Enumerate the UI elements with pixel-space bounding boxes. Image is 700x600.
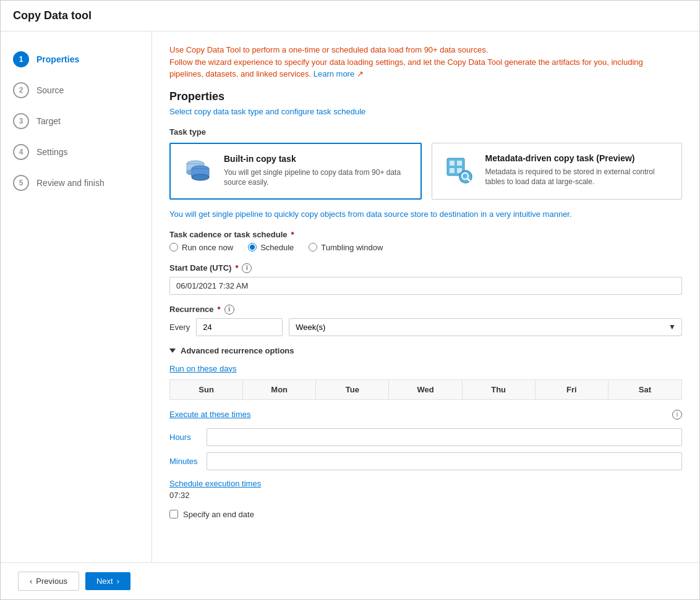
main-content: Use Copy Data Tool to perform a one-time… bbox=[152, 32, 699, 562]
svg-rect-8 bbox=[457, 161, 462, 166]
day-wed: Wed bbox=[389, 380, 462, 399]
builtin-card-desc: You will get single pipeline to copy dat… bbox=[224, 167, 411, 188]
recurrence-label: Recurrence * i bbox=[169, 305, 682, 315]
start-date-info-icon[interactable]: i bbox=[242, 263, 252, 273]
cadence-field: Task cadence or task schedule * Run once… bbox=[169, 230, 682, 252]
previous-label: Previous bbox=[36, 577, 67, 586]
cadence-radio-group: Run once now Schedule Tumbling window bbox=[169, 243, 682, 252]
svg-point-5 bbox=[192, 174, 209, 180]
run-days-label[interactable]: Run on these days bbox=[169, 364, 682, 373]
pipeline-note: You will get single pipeline to quickly … bbox=[169, 209, 682, 219]
specify-end-date-row: Specify an end date bbox=[169, 510, 682, 519]
task-type-cards: Built-in copy task You will get single p… bbox=[169, 143, 682, 200]
execute-times-row: Execute at these times i bbox=[169, 410, 682, 420]
hours-input[interactable] bbox=[207, 428, 682, 446]
next-button[interactable]: Next › bbox=[85, 572, 130, 590]
svg-rect-7 bbox=[450, 161, 455, 166]
previous-chevron-icon: ‹ bbox=[30, 577, 32, 586]
section-title: Properties bbox=[169, 90, 682, 103]
task-card-metadata[interactable]: Metadata-driven copy task (Preview) Meta… bbox=[432, 143, 683, 200]
step-number-3: 3 bbox=[13, 113, 29, 129]
hours-label: Hours bbox=[169, 433, 198, 442]
external-link-icon: ↗ bbox=[357, 69, 364, 78]
start-date-field: Start Date (UTC) * i bbox=[169, 263, 682, 295]
radio-schedule[interactable]: Schedule bbox=[248, 243, 294, 252]
recurrence-unit-wrapper: Week(s) Minute(s) Hour(s) Day(s) Month(s… bbox=[289, 318, 682, 336]
start-date-required: * bbox=[235, 263, 238, 273]
specify-end-date-label[interactable]: Specify an end date bbox=[183, 510, 254, 519]
cadence-label: Task cadence or task schedule * bbox=[169, 230, 682, 239]
sidebar: 1 Properties 2 Source 3 Target 4 Setting… bbox=[1, 32, 152, 562]
day-mon: Mon bbox=[243, 380, 316, 399]
builtin-card-title: Built-in copy task bbox=[224, 154, 411, 164]
hours-minutes-grid: Hours Minutes bbox=[169, 428, 682, 470]
advanced-section: Advanced recurrence options Run on these… bbox=[169, 346, 682, 519]
radio-tumbling-label: Tumbling window bbox=[321, 243, 383, 252]
sidebar-item-review[interactable]: 5 Review and finish bbox=[1, 167, 152, 198]
execute-times-info-icon[interactable]: i bbox=[672, 410, 682, 420]
day-sun: Sun bbox=[170, 380, 243, 399]
radio-tumbling[interactable]: Tumbling window bbox=[309, 243, 383, 252]
days-grid: Sun Mon Tue Wed Thu Fri Sat bbox=[169, 379, 682, 400]
schedule-execution-link[interactable]: Schedule execution times bbox=[169, 479, 682, 488]
builtin-card-content: Built-in copy task You will get single p… bbox=[224, 154, 411, 188]
sidebar-label-source: Source bbox=[36, 85, 64, 95]
advanced-label: Advanced recurrence options bbox=[181, 346, 294, 355]
metadata-card-content: Metadata-driven copy task (Preview) Meta… bbox=[485, 153, 672, 188]
execute-times-label[interactable]: Execute at these times bbox=[169, 410, 251, 419]
sidebar-item-target[interactable]: 3 Target bbox=[1, 106, 152, 137]
learn-more-link[interactable]: Learn more bbox=[314, 69, 354, 78]
sidebar-label-review: Review and finish bbox=[36, 178, 105, 188]
recurrence-value-input[interactable] bbox=[196, 318, 283, 336]
start-date-input[interactable] bbox=[169, 277, 682, 295]
metadata-card-desc: Metadata is required to be stored in ext… bbox=[485, 167, 672, 188]
next-label: Next bbox=[96, 577, 113, 586]
day-sat: Sat bbox=[608, 380, 681, 399]
radio-schedule-label: Schedule bbox=[260, 243, 294, 252]
intro-banner: Use Copy Data Tool to perform a one-time… bbox=[169, 44, 682, 80]
minutes-input[interactable] bbox=[207, 452, 682, 470]
day-tue: Tue bbox=[316, 380, 389, 399]
start-date-label: Start Date (UTC) * i bbox=[169, 263, 682, 273]
recurrence-required: * bbox=[218, 305, 221, 314]
recurrence-field: Recurrence * i Every Week(s) Minute(s) H… bbox=[169, 305, 682, 336]
builtin-icon bbox=[181, 154, 215, 188]
day-fri: Fri bbox=[536, 380, 608, 399]
sidebar-label-settings: Settings bbox=[36, 147, 68, 157]
radio-run-once[interactable]: Run once now bbox=[169, 243, 233, 252]
app-title: Copy Data tool bbox=[13, 9, 687, 22]
schedule-time-value: 07:32 bbox=[169, 491, 682, 500]
every-label: Every bbox=[169, 323, 190, 332]
recurrence-row: Every Week(s) Minute(s) Hour(s) Day(s) M… bbox=[169, 318, 682, 336]
recurrence-unit-select[interactable]: Week(s) Minute(s) Hour(s) Day(s) Month(s… bbox=[289, 318, 682, 336]
collapse-icon bbox=[169, 349, 176, 353]
sidebar-item-properties[interactable]: 1 Properties bbox=[1, 44, 152, 75]
cadence-required: * bbox=[291, 230, 294, 239]
advanced-toggle[interactable]: Advanced recurrence options bbox=[169, 346, 682, 355]
sidebar-label-target: Target bbox=[36, 116, 61, 126]
radio-run-once-input[interactable] bbox=[169, 243, 178, 251]
section-subtitle: Select copy data task type and configure… bbox=[169, 107, 682, 116]
radio-schedule-input[interactable] bbox=[248, 243, 257, 251]
radio-tumbling-input[interactable] bbox=[309, 243, 317, 251]
step-number-4: 4 bbox=[13, 144, 29, 160]
sidebar-item-source[interactable]: 2 Source bbox=[1, 75, 152, 106]
next-chevron-icon: › bbox=[117, 577, 119, 586]
task-card-builtin[interactable]: Built-in copy task You will get single p… bbox=[169, 143, 422, 200]
metadata-card-title: Metadata-driven copy task (Preview) bbox=[485, 153, 672, 163]
radio-run-once-label: Run once now bbox=[182, 243, 233, 252]
step-number-2: 2 bbox=[13, 82, 29, 98]
metadata-icon bbox=[442, 153, 477, 188]
recurrence-info-icon[interactable]: i bbox=[224, 305, 234, 315]
svg-rect-9 bbox=[450, 168, 455, 173]
specify-end-date-checkbox[interactable] bbox=[169, 510, 178, 518]
sidebar-label-properties: Properties bbox=[36, 54, 79, 64]
intro-text: Use Copy Data Tool to perform a one-time… bbox=[169, 45, 643, 78]
minutes-label: Minutes bbox=[169, 457, 198, 466]
previous-button[interactable]: ‹ Previous bbox=[18, 572, 79, 591]
sidebar-item-settings[interactable]: 4 Settings bbox=[1, 137, 152, 167]
footer: ‹ Previous Next › bbox=[1, 562, 699, 599]
task-type-label: Task type bbox=[169, 127, 682, 137]
day-thu: Thu bbox=[463, 380, 536, 399]
step-number-1: 1 bbox=[13, 51, 29, 67]
